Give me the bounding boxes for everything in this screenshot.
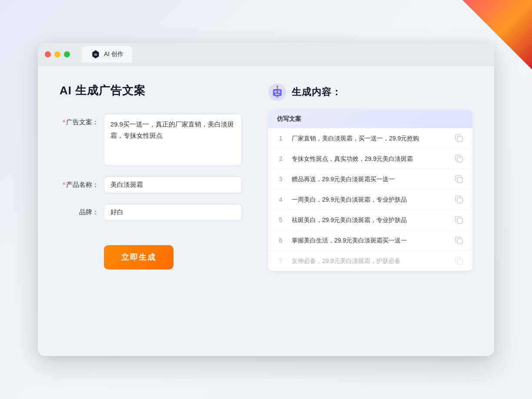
row-number: 6 bbox=[277, 237, 285, 244]
table-row: 3 赠品再送，29.9元美白淡斑霜买一送一 bbox=[268, 169, 472, 190]
row-number: 3 bbox=[277, 176, 285, 183]
copy-icon[interactable] bbox=[454, 133, 464, 143]
right-panel-title: 生成内容： bbox=[292, 86, 342, 99]
svg-rect-12 bbox=[457, 136, 462, 142]
svg-point-10 bbox=[276, 86, 278, 87]
brand-group: 品牌： bbox=[60, 204, 242, 221]
required-mark-ad: * bbox=[63, 118, 65, 126]
row-text: 专抹女性斑点，真实功效，29.9元美白淡斑霜 bbox=[292, 154, 447, 163]
row-number: 4 bbox=[277, 196, 285, 203]
minimize-button[interactable] bbox=[54, 51, 60, 57]
table-row: 5 祛斑美白，29.9元美白淡斑霜，专业护肤品 bbox=[268, 210, 472, 230]
table-row: 1 厂家直销，美白淡斑霜，买一送一，29.9元抢购 bbox=[268, 128, 472, 149]
ad-copy-group: *广告文案： 29.9买一送一，真正的厂家直销，美白淡斑霜，专抹女性斑点 bbox=[60, 114, 242, 166]
product-name-group: *产品名称： bbox=[60, 176, 242, 193]
row-text: 厂家直销，美白淡斑霜，买一送一，29.9元抢购 bbox=[292, 134, 447, 143]
row-text: 祛斑美白，29.9元美白淡斑霜，专业护肤品 bbox=[292, 216, 447, 225]
copy-icon[interactable] bbox=[454, 236, 464, 245]
fullscreen-button[interactable] bbox=[64, 51, 70, 57]
ai-tab-icon: AI bbox=[91, 50, 100, 59]
right-panel: 生成内容： 仿写文案 1 厂家直销，美白淡斑霜，买一送一，29.9元抢购 2 专… bbox=[268, 83, 472, 339]
robot-icon bbox=[268, 83, 286, 101]
product-name-input[interactable] bbox=[104, 176, 242, 193]
svg-rect-8 bbox=[275, 94, 279, 95]
left-panel: AI 生成广告文案 *广告文案： 29.9买一送一，真正的厂家直销，美白淡斑霜，… bbox=[60, 83, 242, 339]
results-table: 仿写文案 1 厂家直销，美白淡斑霜，买一送一，29.9元抢购 2 专抹女性斑点，… bbox=[268, 110, 472, 271]
svg-rect-16 bbox=[457, 218, 462, 223]
copy-icon[interactable] bbox=[454, 215, 464, 225]
row-number: 1 bbox=[277, 135, 285, 142]
product-name-label: *产品名称： bbox=[60, 176, 99, 189]
browser-window: AI AI 创作 AI 生成广告文案 *广告文案： 29.9买一送一，真正的厂家… bbox=[38, 43, 494, 356]
row-number: 5 bbox=[277, 216, 285, 223]
required-mark-product: * bbox=[63, 181, 65, 188]
svg-rect-3 bbox=[273, 89, 282, 96]
svg-point-7 bbox=[279, 91, 279, 92]
titlebar: AI AI 创作 bbox=[38, 43, 494, 66]
row-number: 2 bbox=[277, 155, 285, 162]
content-area: AI 生成广告文案 *广告文案： 29.9买一送一，真正的厂家直销，美白淡斑霜，… bbox=[38, 66, 494, 356]
table-row: 6 掌握美白生活，29.9元美白淡斑霜买一送一 bbox=[268, 230, 472, 251]
svg-point-6 bbox=[275, 91, 276, 92]
svg-rect-15 bbox=[457, 198, 462, 203]
close-button[interactable] bbox=[45, 51, 51, 57]
svg-text:AI: AI bbox=[94, 53, 97, 56]
traffic-lights bbox=[45, 51, 70, 57]
results-header: 仿写文案 bbox=[268, 110, 472, 128]
table-row: 4 一周美白，29.9元美白淡斑霜，专业护肤品 bbox=[268, 190, 472, 210]
svg-rect-14 bbox=[457, 177, 462, 183]
brand-label: 品牌： bbox=[60, 204, 99, 216]
tab-label: AI 创作 bbox=[104, 50, 123, 58]
row-text: 掌握美白生活，29.9元美白淡斑霜买一送一 bbox=[292, 236, 447, 245]
svg-rect-13 bbox=[457, 157, 462, 162]
row-text: 女神必备，29.9元美白淡斑霜，护肤必备 bbox=[292, 256, 447, 266]
svg-rect-18 bbox=[457, 259, 462, 264]
copy-icon[interactable] bbox=[454, 256, 464, 266]
copy-icon[interactable] bbox=[454, 195, 464, 204]
row-number: 7 bbox=[277, 257, 285, 264]
table-row: 7 女神必备，29.9元美白淡斑霜，护肤必备 bbox=[268, 251, 472, 271]
svg-rect-11 bbox=[276, 96, 279, 98]
copy-icon[interactable] bbox=[454, 154, 464, 163]
table-row: 2 专抹女性斑点，真实功效，29.9元美白淡斑霜 bbox=[268, 149, 472, 169]
generate-button[interactable]: 立即生成 bbox=[104, 245, 173, 269]
browser-tab[interactable]: AI AI 创作 bbox=[82, 46, 132, 63]
brand-input[interactable] bbox=[104, 204, 242, 221]
right-header: 生成内容： bbox=[268, 83, 472, 101]
ad-copy-input[interactable]: 29.9买一送一，真正的厂家直销，美白淡斑霜，专抹女性斑点 bbox=[104, 114, 242, 166]
svg-rect-17 bbox=[457, 239, 462, 244]
ad-copy-label: *广告文案： bbox=[60, 114, 99, 126]
row-text: 一周美白，29.9元美白淡斑霜，专业护肤品 bbox=[292, 195, 447, 204]
row-text: 赠品再送，29.9元美白淡斑霜买一送一 bbox=[292, 175, 447, 184]
page-title: AI 生成广告文案 bbox=[60, 83, 242, 98]
copy-icon[interactable] bbox=[454, 174, 464, 184]
